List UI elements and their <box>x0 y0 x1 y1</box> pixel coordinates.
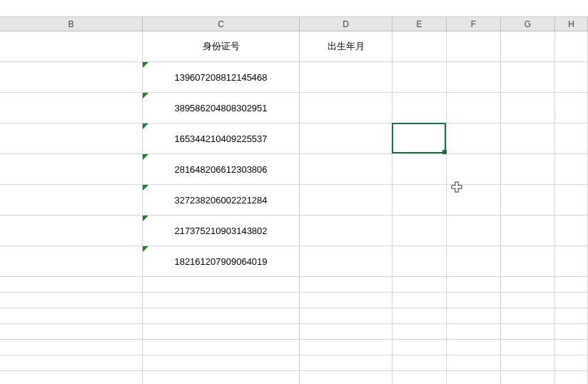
cell-D-2[interactable] <box>300 93 392 123</box>
grid[interactable]: 身份证号出生年月13960720881214546838958620480830… <box>0 31 588 384</box>
cell-H-11[interactable] <box>555 324 588 340</box>
cell-H-10[interactable] <box>555 308 588 324</box>
cell-B-2[interactable] <box>0 93 143 123</box>
cell-D-3[interactable] <box>300 123 392 154</box>
cell-H-13[interactable] <box>555 355 588 371</box>
cell-E-1[interactable] <box>392 62 447 93</box>
cell-B-9[interactable] <box>0 293 143 308</box>
id-cell[interactable]: 281648206612303806 <box>143 154 300 185</box>
cell-G-8[interactable] <box>501 277 555 293</box>
cell-C-9[interactable] <box>143 293 300 308</box>
cell-B-7[interactable] <box>0 246 143 277</box>
column-header-F[interactable]: F <box>447 17 501 31</box>
cell-F-1[interactable] <box>447 62 501 93</box>
cell-H-2[interactable] <box>555 93 588 123</box>
cell-H-8[interactable] <box>555 277 588 293</box>
cell-H-4[interactable] <box>555 154 588 185</box>
cell-D-12[interactable] <box>300 340 392 355</box>
cell-E-13[interactable] <box>392 355 447 371</box>
cell-F-12[interactable] <box>447 340 501 355</box>
cell-B-11[interactable] <box>0 324 143 340</box>
cell-E-0[interactable] <box>392 31 447 62</box>
cell-D-5[interactable] <box>300 185 392 216</box>
cell-E-10[interactable] <box>392 308 447 324</box>
cell-H-6[interactable] <box>555 216 588 246</box>
id-cell[interactable]: 165344210409225537 <box>143 123 300 154</box>
cell-G-2[interactable] <box>501 93 555 123</box>
cell-D-9[interactable] <box>300 293 392 308</box>
cell-F-14[interactable] <box>447 371 501 384</box>
cell-H-1[interactable] <box>555 62 588 93</box>
id-cell[interactable]: 182161207909064019 <box>143 246 300 277</box>
cell-C-12[interactable] <box>143 340 300 355</box>
cell-H-14[interactable] <box>555 371 588 384</box>
cell-F-7[interactable] <box>447 246 501 277</box>
cell-D-13[interactable] <box>300 355 392 371</box>
cell-G-3[interactable] <box>501 123 555 154</box>
cell-B-0[interactable] <box>0 31 143 62</box>
cell-D-11[interactable] <box>300 324 392 340</box>
cell-F-8[interactable] <box>447 277 501 293</box>
cell-E-7[interactable] <box>392 246 447 277</box>
cell-E-5[interactable] <box>392 185 447 216</box>
cell-B-4[interactable] <box>0 154 143 185</box>
column-header-G[interactable]: G <box>501 17 555 31</box>
cell-H-12[interactable] <box>555 340 588 355</box>
cell-D-4[interactable] <box>300 154 392 185</box>
cell-E-6[interactable] <box>392 216 447 246</box>
column-header-E[interactable]: E <box>392 17 447 31</box>
cell-D-8[interactable] <box>300 277 392 293</box>
cell-B-14[interactable] <box>0 371 143 384</box>
cell-F-10[interactable] <box>447 308 501 324</box>
cell-E-3[interactable] <box>392 123 447 154</box>
cell-C-13[interactable] <box>143 355 300 371</box>
cell-F-13[interactable] <box>447 355 501 371</box>
id-cell[interactable]: 389586204808302951 <box>143 93 300 123</box>
cell-D-10[interactable] <box>300 308 392 324</box>
column-header-C[interactable]: C <box>143 17 300 31</box>
cell-F-6[interactable] <box>447 216 501 246</box>
cell-F-4[interactable] <box>447 154 501 185</box>
cell-G-9[interactable] <box>501 293 555 308</box>
cell-H-3[interactable] <box>555 123 588 154</box>
column-header-D[interactable]: D <box>300 17 392 31</box>
cell-C-14[interactable] <box>143 371 300 384</box>
cell-B-3[interactable] <box>0 123 143 154</box>
cell-C-11[interactable] <box>143 324 300 340</box>
cell-F-9[interactable] <box>447 293 501 308</box>
cell-G-12[interactable] <box>501 340 555 355</box>
cell-E-9[interactable] <box>392 293 447 308</box>
cell-B-8[interactable] <box>0 277 143 293</box>
cell-F-0[interactable] <box>447 31 501 62</box>
cell-G-11[interactable] <box>501 324 555 340</box>
cell-B-10[interactable] <box>0 308 143 324</box>
cell-G-13[interactable] <box>501 355 555 371</box>
cell-D-1[interactable] <box>300 62 392 93</box>
column-header-H[interactable]: H <box>555 17 588 31</box>
cell-D-7[interactable] <box>300 246 392 277</box>
cell-E-2[interactable] <box>392 93 447 123</box>
cell-B-12[interactable] <box>0 340 143 355</box>
cell-H-5[interactable] <box>555 185 588 216</box>
cell-C-10[interactable] <box>143 308 300 324</box>
id-cell[interactable]: 217375210903143802 <box>143 216 300 246</box>
cell-B-1[interactable] <box>0 62 143 93</box>
cell-F-5[interactable] <box>447 185 501 216</box>
cell-H-0[interactable] <box>555 31 588 62</box>
cell-G-7[interactable] <box>501 246 555 277</box>
cell-D-14[interactable] <box>300 371 392 384</box>
cell-G-5[interactable] <box>501 185 555 216</box>
cell-H-7[interactable] <box>555 246 588 277</box>
cell-G-4[interactable] <box>501 154 555 185</box>
cell-G-1[interactable] <box>501 62 555 93</box>
column-header-B[interactable]: B <box>0 17 143 31</box>
cell-B-5[interactable] <box>0 185 143 216</box>
cell-E-12[interactable] <box>392 340 447 355</box>
id-cell[interactable]: 327238206002221284 <box>143 185 300 216</box>
cell-H-9[interactable] <box>555 293 588 308</box>
cell-F-11[interactable] <box>447 324 501 340</box>
cell-B-6[interactable] <box>0 216 143 246</box>
cell-D-6[interactable] <box>300 216 392 246</box>
cell-G-14[interactable] <box>501 371 555 384</box>
cell-B-13[interactable] <box>0 355 143 371</box>
